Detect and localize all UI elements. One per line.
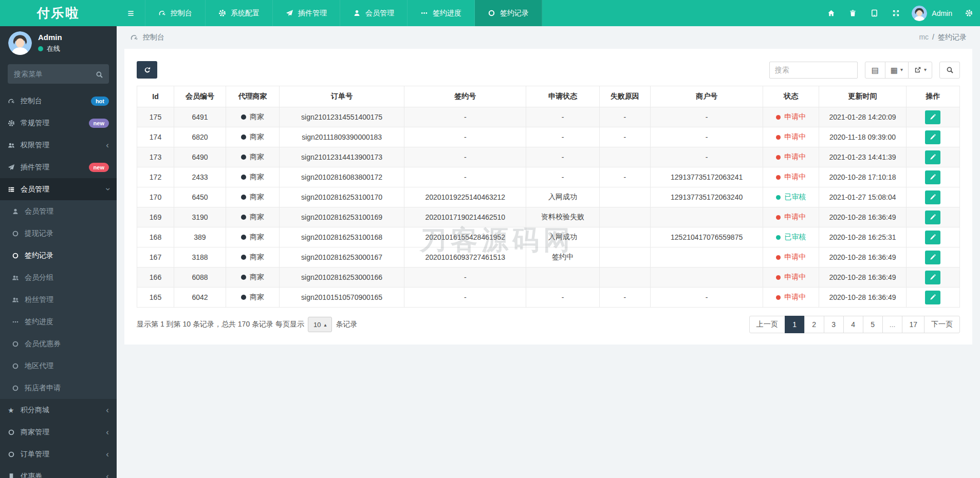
circle-icon xyxy=(8,429,15,436)
caret-down-icon: ▾ xyxy=(924,67,927,72)
sidebar-subitem-3[interactable]: 会员分组 xyxy=(0,266,117,289)
edit-button[interactable] xyxy=(925,130,940,144)
edit-button[interactable] xyxy=(925,271,940,284)
edit-button[interactable] xyxy=(925,150,940,164)
cell-sign: - xyxy=(404,107,526,127)
cell-actions xyxy=(906,247,959,267)
edit-button[interactable] xyxy=(925,251,940,264)
hamburger-icon[interactable]: ≡ xyxy=(117,0,145,26)
search-button[interactable] xyxy=(939,62,960,79)
gears-icon xyxy=(8,120,15,127)
page-button[interactable]: 2 xyxy=(804,316,824,333)
sidebar-subitem-1[interactable]: 提现记录 xyxy=(0,222,117,244)
topnav-tab-4[interactable]: 签约进度 xyxy=(408,0,475,26)
dot-icon xyxy=(776,115,781,120)
refresh-button[interactable] xyxy=(137,61,157,79)
sidebar-item-3[interactable]: 插件管理new xyxy=(0,156,117,178)
sidebar-item-2[interactable]: 权限管理‹ xyxy=(0,134,117,156)
circle-icon xyxy=(12,230,19,237)
table-header-row: Id会员编号代理商家订单号签约号申请状态失败原因商户号状态更新时间操作 xyxy=(137,86,960,107)
sidebar: 付乐啦 Admin 在线 控制台hot常规管理new权限管理‹插件管理new会员… xyxy=(0,0,117,478)
dot-icon xyxy=(776,255,781,260)
gears-icon[interactable] xyxy=(957,0,980,26)
sidebar-item-label: 签约进度 xyxy=(25,317,53,327)
sidebar-item-label: 商家管理 xyxy=(21,428,49,437)
user-status: 在线 xyxy=(38,44,62,53)
column-header: 状态 xyxy=(763,86,819,107)
topnav-username: Admin xyxy=(932,9,952,17)
page-button[interactable]: 1 xyxy=(785,316,805,333)
topnav-tab-2[interactable]: 插件管理 xyxy=(273,0,340,26)
home-icon xyxy=(827,9,835,17)
sidebar-item-4[interactable]: 会员管理‹ xyxy=(0,178,117,200)
breadcrumb-parent[interactable]: mc xyxy=(919,33,929,42)
sidebar-item-1[interactable]: 常规管理new xyxy=(0,112,117,134)
chevron-down-icon: ‹ xyxy=(103,188,112,191)
sidebar-subitem-8[interactable]: 拓店者申请 xyxy=(0,377,117,399)
sidebar-subitem-2[interactable]: 签约记录 xyxy=(0,244,117,266)
column-header: Id xyxy=(137,86,174,107)
sidebar-item-label: 签约记录 xyxy=(25,251,53,260)
cell-id: 168 xyxy=(137,227,174,247)
page-size-select[interactable]: 10 ▴ xyxy=(308,317,332,332)
export-button[interactable]: ▾ xyxy=(908,62,932,79)
list-icon xyxy=(8,186,15,193)
search-icon xyxy=(96,70,103,79)
page-button[interactable]: 5 xyxy=(863,316,883,333)
prev-page-button[interactable]: 上一页 xyxy=(749,316,785,333)
trash-button[interactable] xyxy=(842,0,863,26)
pencil-icon xyxy=(930,274,936,280)
page-button[interactable]: 4 xyxy=(843,316,863,333)
sidebar-item-0[interactable]: 控制台hot xyxy=(0,90,117,112)
edit-button[interactable] xyxy=(925,211,940,224)
page-button[interactable]: 3 xyxy=(824,316,844,333)
sidebar-item-label: 会员管理 xyxy=(25,207,53,216)
edit-button[interactable] xyxy=(925,291,940,304)
sidebar-item-label: 会员管理 xyxy=(21,185,49,194)
columns-button[interactable]: ▦▾ xyxy=(885,62,909,79)
sidebar-subitem-7[interactable]: 地区代理 xyxy=(0,355,117,377)
edit-button[interactable] xyxy=(925,110,940,124)
cell-sign: - xyxy=(404,288,526,308)
topnav-user[interactable]: Admin xyxy=(907,6,957,21)
next-page-button[interactable]: 下一页 xyxy=(924,316,960,333)
hamburger-icon: ≡ xyxy=(127,8,134,18)
edit-button[interactable] xyxy=(925,170,940,184)
log-button[interactable] xyxy=(863,0,885,26)
cell-fail-reason xyxy=(599,267,650,288)
sidebar-subitem-5[interactable]: 签约进度 xyxy=(0,311,117,333)
dot-icon xyxy=(776,295,781,300)
edit-button[interactable] xyxy=(925,190,940,204)
sidebar-subitem-6[interactable]: 会员优惠券 xyxy=(0,333,117,355)
topnav-tab-0[interactable]: 控制台 xyxy=(145,0,206,26)
sidebar-search-input[interactable] xyxy=(8,64,109,84)
sidebar-item-7[interactable]: 订单管理‹ xyxy=(0,443,117,465)
badge: hot xyxy=(91,97,109,106)
expand-button[interactable] xyxy=(885,0,907,26)
sidebar-item-5[interactable]: ★积分商城‹ xyxy=(0,399,117,421)
cell-time: 2020-10-28 16:25:31 xyxy=(819,227,907,247)
cell-id: 172 xyxy=(137,167,174,187)
sidebar-subitem-0[interactable]: 会员管理 xyxy=(0,200,117,222)
topnav-tab-3[interactable]: 会员管理 xyxy=(340,0,408,26)
table-search-input[interactable] xyxy=(769,62,858,79)
caret-up-icon: ▴ xyxy=(324,322,326,328)
status-badge: 申请中 xyxy=(776,273,806,282)
sidebar-item-8[interactable]: 优惠券‹ xyxy=(0,465,117,478)
topnav-tab-5[interactable]: 签约记录 xyxy=(475,0,542,26)
cell-apply-status: 入网成功 xyxy=(526,227,599,247)
avatar xyxy=(8,31,32,55)
sidebar-item-6[interactable]: 商家管理‹ xyxy=(0,421,117,443)
page-button[interactable]: 17 xyxy=(902,316,924,333)
cell-sign: - xyxy=(404,267,526,288)
home-button[interactable] xyxy=(820,0,842,26)
dot-icon xyxy=(241,295,246,300)
expand-icon xyxy=(892,9,900,17)
edit-button[interactable] xyxy=(925,231,940,244)
cell-fail-reason: - xyxy=(599,127,650,147)
agent-badge: 商家 xyxy=(241,293,264,302)
sidebar-subitem-4[interactable]: 粉丝管理 xyxy=(0,289,117,311)
cell-apply-status xyxy=(526,267,599,288)
topnav-tab-1[interactable]: 系统配置 xyxy=(206,0,273,26)
detail-view-button[interactable]: ▤ xyxy=(865,62,885,79)
